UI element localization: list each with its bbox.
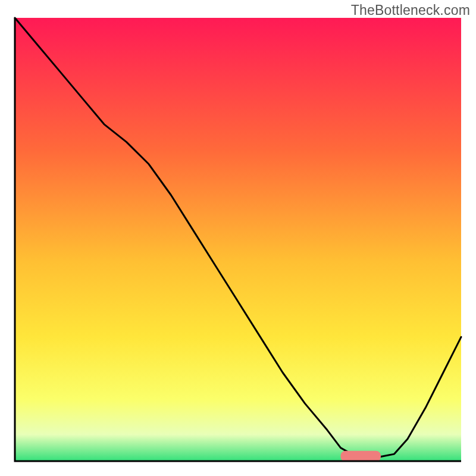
chart-svg [0,0,476,476]
plot-background [15,18,461,461]
chart-container: TheBottleneck.com [0,0,476,476]
watermark-text: TheBottleneck.com [351,2,470,18]
optimum-marker [341,451,381,462]
